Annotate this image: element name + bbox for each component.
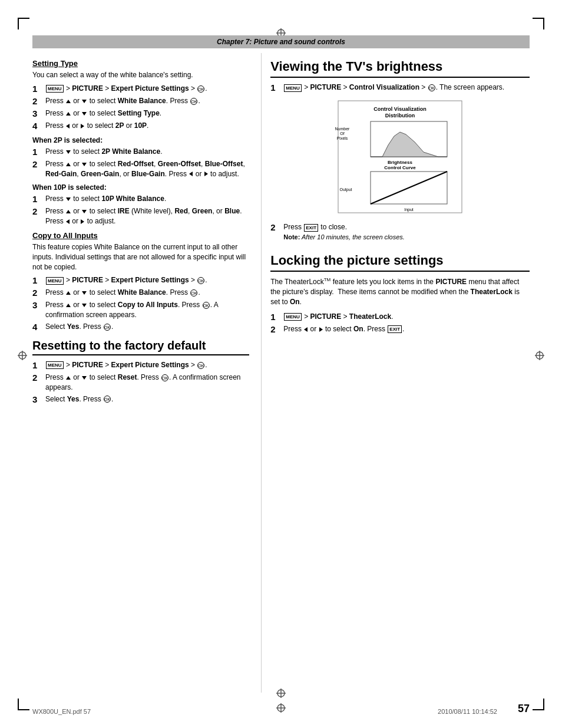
arrow-down-icon [82, 100, 87, 103]
section-copy: Copy to All Inputs This feature copies W… [32, 231, 249, 332]
svg-text:Of: Of [340, 131, 344, 136]
corner-mark-bl [18, 699, 29, 710]
arrow-down-icon [82, 210, 87, 213]
section-brightness: Viewing the TV's brightness 1 MENU > PIC… [270, 59, 530, 242]
arrow-up-icon [66, 291, 71, 295]
menu-icon: MENU [284, 84, 302, 92]
list-item: 1 MENU > PICTURE > Control Visualization… [270, 83, 530, 93]
locking-steps: 1 MENU > PICTURE > TheaterLock. 2 Press … [270, 312, 530, 335]
arrow-right-icon [81, 124, 84, 129]
list-item: 2 Press or to select White Balance. Pres… [32, 288, 249, 298]
svg-text:Number: Number [335, 127, 350, 131]
list-item: 3 Select Yes. Press OK. [32, 394, 249, 405]
note-text: Note: After 10 minutes, the screen close… [283, 233, 405, 241]
ok-icon: OK [197, 85, 204, 93]
ok-icon: OK [190, 98, 197, 105]
setting-type-steps-main: 1 MENU > PICTURE > Expert Picture Settin… [32, 84, 249, 131]
menu-icon: MENU [284, 313, 302, 321]
brightness-steps: 1 MENU > PICTURE > Control Visualization… [270, 83, 530, 93]
locking-desc: The TheaterLockTM feature lets you lock … [270, 276, 530, 307]
menu-icon: MENU [46, 85, 64, 93]
control-visualization-chart: Control Visualization Distribution Numbe… [335, 98, 465, 218]
exit-icon: EXIT [304, 224, 318, 232]
arrow-down-icon [82, 291, 87, 295]
arrow-down-icon [82, 112, 87, 116]
list-item: 2 Press or to select IRE (White level), … [32, 206, 249, 226]
arrow-down-icon [66, 197, 71, 201]
crosshair-left [16, 350, 28, 363]
list-item: 1 MENU > PICTURE > TheaterLock. [270, 312, 530, 322]
setting-type-title: Setting Type [32, 59, 249, 68]
menu-icon: MENU [46, 277, 64, 285]
list-item: 2 Press or to select On. Press EXIT. [270, 324, 530, 335]
arrow-up-icon [66, 100, 71, 103]
ok-icon: OK [161, 374, 168, 381]
svg-text:Pixels: Pixels [337, 136, 348, 140]
arrow-up-icon [66, 163, 71, 166]
arrow-up-icon [66, 376, 71, 380]
list-item: 2 Press or to select White Balance. Pres… [32, 96, 249, 107]
svg-text:Output: Output [340, 187, 352, 192]
list-item: 3 Press or to select Setting Type. [32, 108, 249, 119]
menu-icon: MENU [46, 361, 64, 369]
list-item: 1 MENU > PICTURE > Expert Picture Settin… [32, 275, 249, 286]
chart-svg: Control Visualization Distribution Numbe… [335, 98, 465, 216]
exit-icon: EXIT [388, 325, 402, 333]
arrow-down-icon [82, 376, 87, 380]
arrow-left-icon [66, 124, 70, 129]
arrow-left-icon [304, 327, 308, 332]
corner-mark-tr [533, 18, 544, 29]
list-item: 3 Press or to select Copy to All Inputs.… [32, 300, 249, 320]
section-locking: Locking the picture settings The Theater… [270, 253, 530, 335]
ok-icon: OK [428, 84, 435, 91]
ok-icon: OK [190, 289, 197, 297]
section-setting-type: Setting Type You can select a way of the… [32, 59, 249, 226]
list-item: 4 Press or to select 2P or 10P. [32, 121, 249, 131]
left-column: Setting Type You can select a way of the… [32, 53, 261, 693]
list-item: 1 MENU > PICTURE > Expert Picture Settin… [32, 360, 249, 371]
arrow-down-icon [82, 304, 87, 307]
reset-steps: 1 MENU > PICTURE > Expert Picture Settin… [32, 360, 249, 405]
section-reset: Resetting to the factory default 1 MENU … [32, 338, 249, 405]
footer-crosshair [275, 702, 287, 715]
list-item: 1 MENU > PICTURE > Expert Picture Settin… [32, 84, 249, 94]
list-item: 2 Press EXIT to close. Note: After 10 mi… [270, 222, 530, 242]
reset-title: Resetting to the factory default [32, 338, 249, 355]
arrow-up-icon [66, 112, 71, 116]
ok-icon: OK [104, 324, 111, 331]
when-2p-label: When 2P is selected: [32, 136, 249, 144]
copy-title: Copy to All Inputs [32, 231, 249, 240]
footer-right: 2010/08/11 10:14:52 [438, 708, 497, 715]
svg-text:Brightness: Brightness [388, 160, 412, 165]
svg-text:Control Curve: Control Curve [384, 165, 416, 170]
arrow-left-icon [189, 172, 193, 176]
arrow-up-icon [66, 304, 71, 307]
steps-10p: 1 Press to select 10P White Balance. 2 P… [32, 194, 249, 226]
header-bar: Chapter 7: Picture and sound controls [32, 35, 530, 48]
svg-text:Control Visualization: Control Visualization [373, 106, 426, 112]
ok-icon: OK [104, 396, 111, 403]
page-number: 57 [518, 703, 530, 715]
ok-icon: OK [197, 277, 204, 284]
corner-mark-tl [18, 18, 29, 29]
footer-left: WX800U_EN.pdf 57 [32, 708, 91, 715]
crosshair-right [534, 350, 546, 363]
svg-text:Distribution: Distribution [385, 113, 415, 118]
ok-icon: OK [197, 362, 204, 369]
list-item: 2 Press or to select Red-Offset, Green-O… [32, 159, 249, 179]
svg-text:Input: Input [404, 207, 414, 212]
list-item: 4 Select Yes. Press OK. [32, 322, 249, 332]
main-content: Setting Type You can select a way of the… [32, 53, 530, 693]
right-column: Viewing the TV's brightness 1 MENU > PIC… [261, 53, 530, 693]
arrow-down-icon [82, 163, 87, 166]
arrow-up-icon [66, 210, 71, 213]
chapter-title: Chapter 7: Picture and sound controls [217, 38, 345, 46]
copy-desc: This feature copies White Balance on the… [32, 242, 249, 272]
arrow-right-icon [81, 219, 84, 224]
locking-title: Locking the picture settings [270, 253, 530, 272]
arrow-down-icon [66, 150, 71, 154]
arrow-left-icon [66, 219, 70, 224]
arrow-right-icon [204, 172, 208, 176]
steps-2p: 1 Press to select 2P White Balance. 2 Pr… [32, 147, 249, 179]
list-item: 2 Press or to select Reset. Press OK. A … [32, 373, 249, 393]
